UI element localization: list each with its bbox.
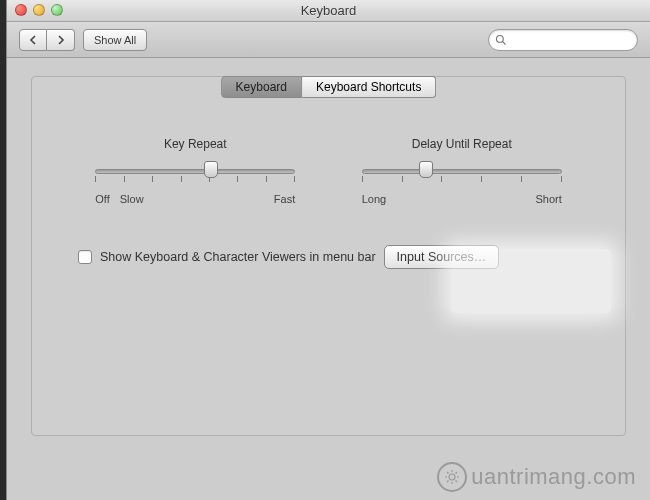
search-input[interactable] (511, 33, 631, 47)
content-area: Keyboard Keyboard Shortcuts Key Repeat O… (7, 58, 650, 454)
tab-shortcuts[interactable]: Keyboard Shortcuts (302, 76, 436, 98)
settings-panel: Keyboard Keyboard Shortcuts Key Repeat O… (31, 76, 626, 436)
input-sources-button[interactable]: Input Sources… (384, 245, 500, 269)
show-viewers-checkbox[interactable] (78, 250, 92, 264)
svg-point-2 (449, 474, 455, 480)
traffic-lights (15, 4, 63, 16)
nav-segment (19, 29, 75, 51)
back-button[interactable] (19, 29, 47, 51)
svg-line-1 (503, 41, 506, 44)
delay-group: Delay Until Repeat Long Short (362, 137, 562, 205)
key-repeat-slow: Slow (120, 193, 144, 205)
watermark-text: uantrimang.com (471, 464, 636, 490)
show-viewers-label: Show Keyboard & Character Viewers in men… (100, 250, 376, 264)
key-repeat-group: Key Repeat Off Slow Fast (95, 137, 295, 205)
delay-label: Delay Until Repeat (362, 137, 562, 151)
window-title: Keyboard (301, 3, 357, 18)
delay-slider[interactable] (362, 165, 562, 189)
checkbox-row: Show Keyboard & Character Viewers in men… (78, 245, 605, 269)
minimize-icon[interactable] (33, 4, 45, 16)
delay-short: Short (535, 193, 561, 205)
sliders-row: Key Repeat Off Slow Fast (32, 137, 625, 205)
svg-point-0 (497, 35, 504, 42)
close-icon[interactable] (15, 4, 27, 16)
key-repeat-off: Off (95, 193, 109, 205)
svg-line-10 (456, 472, 458, 474)
key-repeat-fast: Fast (274, 193, 295, 205)
zoom-icon[interactable] (51, 4, 63, 16)
search-field[interactable] (488, 29, 638, 51)
watermark: uantrimang.com (437, 462, 636, 492)
show-all-button[interactable]: Show All (83, 29, 147, 51)
chevron-right-icon (57, 35, 65, 45)
toolbar: Show All (7, 22, 650, 58)
titlebar: Keyboard (7, 0, 650, 22)
delay-long: Long (362, 193, 386, 205)
lightbulb-icon (437, 462, 467, 492)
svg-line-8 (456, 481, 458, 483)
key-repeat-label: Key Repeat (95, 137, 295, 151)
svg-line-7 (447, 472, 449, 474)
slider-knob[interactable] (204, 161, 218, 178)
search-icon (495, 34, 507, 46)
tab-bar: Keyboard Keyboard Shortcuts (221, 76, 437, 98)
slider-knob[interactable] (419, 161, 433, 178)
key-repeat-slider[interactable] (95, 165, 295, 189)
chevron-left-icon (29, 35, 37, 45)
forward-button[interactable] (47, 29, 75, 51)
preferences-window: Keyboard Show All Keyboard Keyboard Shor… (6, 0, 650, 500)
tab-keyboard[interactable]: Keyboard (221, 76, 302, 98)
svg-line-9 (447, 481, 449, 483)
